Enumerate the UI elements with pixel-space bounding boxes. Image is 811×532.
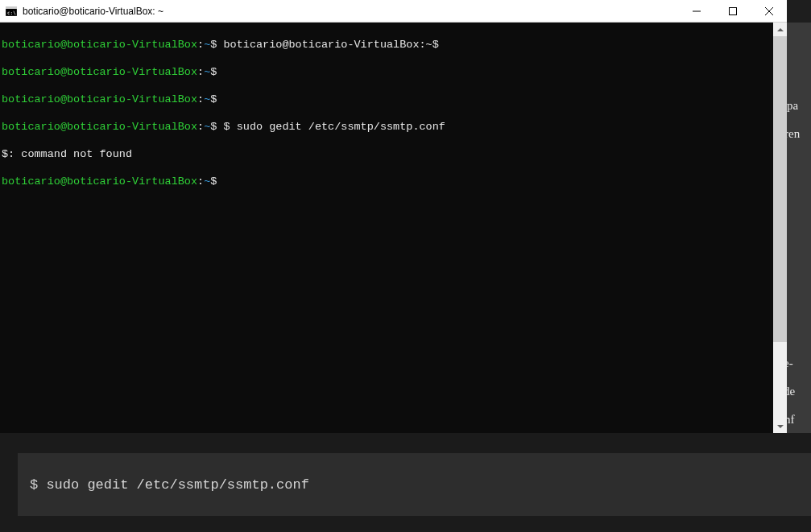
background-text-fragment: nf bbox=[787, 413, 795, 427]
background-text-fragment: e- bbox=[787, 357, 793, 370]
window-title: boticario@boticario-VirtualBox: ~ bbox=[23, 6, 678, 17]
terminal-line: boticario@boticario-VirtualBox:~$ botica… bbox=[2, 38, 773, 52]
vertical-scrollbar[interactable] bbox=[773, 23, 787, 433]
window-controls bbox=[678, 0, 787, 22]
terminal-line: boticario@boticario-VirtualBox:~$ $ sudo… bbox=[2, 120, 773, 134]
window-titlebar: c:\ boticario@boticario-VirtualBox: ~ bbox=[0, 0, 787, 23]
background-text-fragment: de bbox=[787, 385, 795, 398]
svg-text:c:\: c:\ bbox=[7, 10, 16, 15]
terminal-prompt: boticario@boticario-VirtualBox:~$ bbox=[2, 175, 773, 188]
scrollbar-thumb[interactable] bbox=[773, 36, 787, 342]
close-button[interactable] bbox=[751, 0, 787, 23]
svg-marker-8 bbox=[777, 425, 784, 428]
svg-rect-1 bbox=[6, 6, 17, 9]
svg-marker-7 bbox=[777, 28, 784, 31]
terminal-icon: c:\ bbox=[5, 5, 18, 18]
terminal-line: boticario@boticario-VirtualBox:~$ bbox=[2, 93, 773, 106]
code-snippet-text: $ sudo gedit /etc/ssmtp/ssmtp.conf bbox=[30, 477, 309, 493]
maximize-button[interactable] bbox=[714, 0, 751, 23]
terminal-line: boticario@boticario-VirtualBox:~$ bbox=[2, 65, 773, 79]
bottom-panel: $ sudo gedit /etc/ssmtp/ssmtp.conf bbox=[0, 433, 811, 532]
terminal-line: $: command not found bbox=[2, 147, 773, 161]
background-text-fragment: ren bbox=[787, 127, 800, 141]
scroll-up-button[interactable] bbox=[773, 23, 787, 36]
svg-rect-4 bbox=[729, 8, 736, 15]
terminal-output[interactable]: boticario@boticario-VirtualBox:~$ botica… bbox=[0, 23, 773, 433]
code-snippet-box: $ sudo gedit /etc/ssmtp/ssmtp.conf bbox=[18, 453, 811, 516]
minimize-button[interactable] bbox=[678, 0, 714, 23]
background-text-fragment: pa bbox=[787, 99, 798, 113]
scroll-down-button[interactable] bbox=[773, 419, 787, 433]
background-window: pa ren e- de nf bbox=[787, 23, 811, 433]
